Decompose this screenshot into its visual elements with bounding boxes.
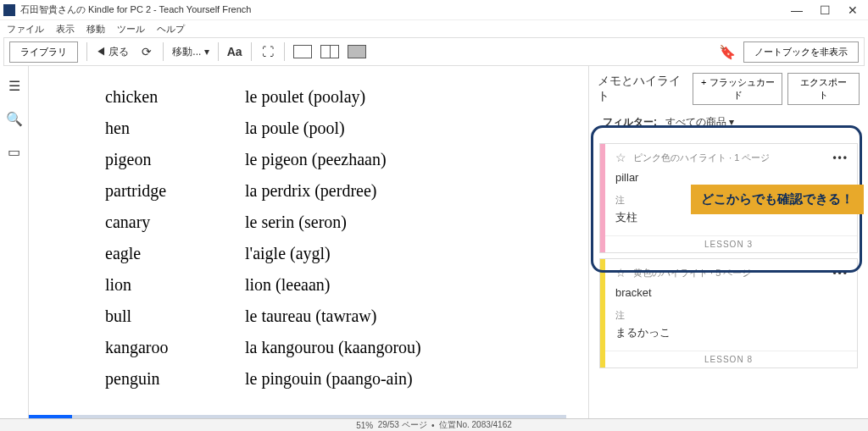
status-location: 位置No. 2083/4162 (439, 419, 512, 431)
star-icon[interactable]: ☆ (615, 266, 626, 279)
lesson-label: LESSON 3 (600, 235, 857, 252)
annotation-label: どこからでも確認できる！ (691, 185, 864, 214)
fullscreen-icon[interactable]: ⛶ (260, 44, 275, 59)
flashcard-button[interactable]: + フラッシュカード (693, 73, 782, 105)
move-dropdown[interactable]: 移動... ▾ (172, 45, 209, 59)
menu-help[interactable]: ヘルプ (157, 23, 185, 36)
maximize-button[interactable]: ☐ (820, 3, 831, 17)
app-icon (3, 4, 15, 16)
filter-dropdown[interactable]: すべての商品 ▾ (665, 115, 734, 130)
grid-view-icon[interactable] (348, 45, 366, 58)
search-icon[interactable]: 🔍 (6, 111, 23, 127)
refresh-icon[interactable]: ⟳ (139, 44, 154, 59)
highlight-meta: ピンク色のハイライト · 1 ページ (633, 152, 826, 164)
minimize-button[interactable]: — (791, 3, 803, 17)
reader-pane: chickenle poulet (poolay) henla poule (p… (29, 66, 588, 418)
two-page-icon[interactable] (320, 45, 339, 58)
more-icon[interactable]: ••• (832, 152, 849, 163)
vocab-row: henla poule (pool) (105, 113, 537, 144)
vocab-row: bullle taureau (tawraw) (105, 301, 537, 332)
vocab-row: kangaroola kangourou (kaangorou) (105, 332, 537, 363)
toolbar-divider (86, 42, 87, 61)
vocab-row: lionlion (leeaan) (105, 269, 537, 301)
font-button[interactable]: Aa (227, 44, 242, 59)
status-pages: 29/53 ページ (378, 419, 427, 431)
window-title: 石田智貴さんの Kindle for PC 2 - Teach Yourself… (20, 3, 791, 16)
menubar: ファイル 表示 移動 ツール ヘルプ (0, 20, 868, 37)
vocab-row: penguinle pingouin (paango-ain) (105, 363, 537, 395)
menu-view[interactable]: 表示 (56, 23, 75, 36)
toolbar-divider (163, 42, 164, 61)
vocab-row: partridgela perdrix (perdree) (105, 175, 537, 207)
menu-tool[interactable]: ツール (117, 23, 145, 36)
hide-notebook-button[interactable]: ノートブックを非表示 (743, 41, 859, 63)
cards-icon[interactable]: ▭ (8, 144, 20, 160)
highlight-color-yellow (600, 259, 605, 367)
highlight-card[interactable]: ☆ 黄色のハイライト · 5 ページ ••• bracket 注 まるかっこ L… (599, 258, 858, 368)
note-text: まるかっこ (600, 323, 857, 351)
vocab-row: eaglel'aigle (aygl) (105, 238, 537, 269)
star-icon[interactable]: ☆ (615, 151, 626, 164)
reading-progress-bar[interactable] (29, 415, 566, 418)
vocab-row: chickenle poulet (poolay) (105, 81, 537, 113)
note-label: 注 (600, 307, 857, 323)
toc-icon[interactable]: ☰ (8, 78, 20, 94)
window-titlebar: 石田智貴さんの Kindle for PC 2 - Teach Yourself… (0, 0, 868, 20)
menu-file[interactable]: ファイル (7, 23, 44, 36)
toolbar: ライブラリ ◀ 戻る ⟳ 移動... ▾ Aa ⛶ 🔖 ノートブックを非表示 (3, 37, 865, 66)
bookmark-icon[interactable]: 🔖 (720, 44, 735, 59)
single-page-icon[interactable] (293, 45, 312, 58)
status-percent: 51% (356, 421, 373, 430)
highlight-meta: 黄色のハイライト · 5 ページ (633, 267, 826, 279)
highlight-word: bracket (600, 285, 857, 307)
statusbar: 51% 29/53 ページ • 位置No. 2083/4162 (0, 418, 868, 431)
close-button[interactable]: ✕ (848, 3, 858, 17)
sidebar-title: メモとハイライト (598, 74, 687, 104)
left-icon-strip: ☰ 🔍 ▭ (0, 66, 29, 418)
vocab-row: pigeonle pigeon (peezhaan) (105, 144, 537, 175)
menu-move[interactable]: 移動 (86, 23, 105, 36)
more-icon[interactable]: ••• (832, 267, 849, 279)
lesson-label: LESSON 8 (600, 351, 857, 367)
highlight-color-pink (600, 144, 605, 252)
toolbar-divider (218, 42, 219, 61)
back-button[interactable]: ◀ 戻る (96, 45, 129, 59)
notebook-sidebar: メモとハイライト + フラッシュカード エクスポート フィルター: すべての商品… (588, 66, 868, 418)
filter-label: フィルター: (603, 115, 657, 130)
library-button[interactable]: ライブラリ (9, 41, 78, 63)
export-button[interactable]: エクスポート (787, 73, 860, 105)
toolbar-divider (284, 42, 285, 61)
toolbar-divider (251, 42, 252, 61)
vocab-row: canaryle serin (seron) (105, 207, 537, 238)
